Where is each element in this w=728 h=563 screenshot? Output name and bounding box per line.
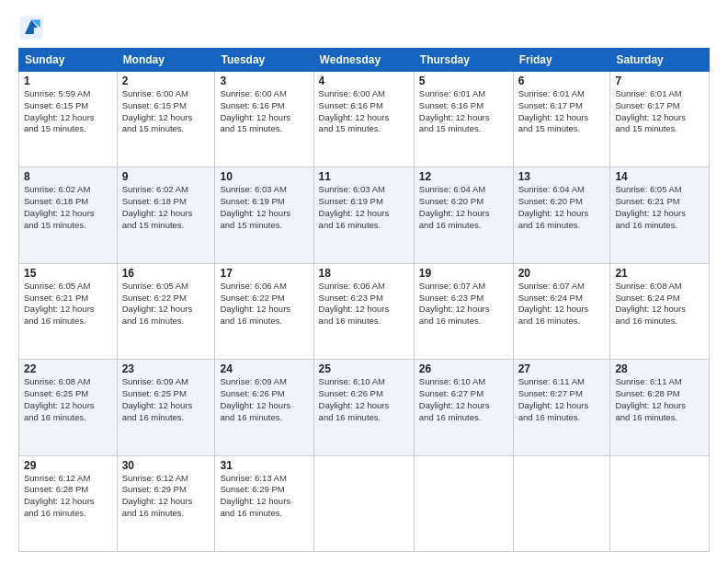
calendar-cell xyxy=(610,455,710,551)
day-number: 10 xyxy=(220,170,308,183)
day-info: Sunrise: 5:59 AM Sunset: 6:15 PM Dayligh… xyxy=(24,88,112,135)
day-number: 8 xyxy=(24,170,112,183)
day-info: Sunrise: 6:04 AM Sunset: 6:20 PM Dayligh… xyxy=(518,184,606,231)
day-number: 2 xyxy=(122,75,210,87)
calendar-cell: 11Sunrise: 6:03 AM Sunset: 6:19 PM Dayli… xyxy=(313,167,414,263)
day-number: 30 xyxy=(122,459,210,472)
day-number: 9 xyxy=(122,170,210,183)
day-number: 27 xyxy=(518,362,606,375)
day-number: 21 xyxy=(615,267,704,280)
day-info: Sunrise: 6:01 AM Sunset: 6:17 PM Dayligh… xyxy=(615,88,704,135)
day-info: Sunrise: 6:09 AM Sunset: 6:26 PM Dayligh… xyxy=(220,376,308,423)
calendar-cell: 6Sunrise: 6:01 AM Sunset: 6:17 PM Daylig… xyxy=(513,72,610,167)
calendar-cell: 27Sunrise: 6:11 AM Sunset: 6:27 PM Dayli… xyxy=(513,360,610,455)
calendar-cell: 24Sunrise: 6:09 AM Sunset: 6:26 PM Dayli… xyxy=(215,360,313,455)
calendar-week-row: 15Sunrise: 6:05 AM Sunset: 6:21 PM Dayli… xyxy=(19,263,710,359)
day-number: 17 xyxy=(220,267,308,280)
day-info: Sunrise: 6:03 AM Sunset: 6:19 PM Dayligh… xyxy=(319,184,409,231)
calendar-cell: 12Sunrise: 6:04 AM Sunset: 6:20 PM Dayli… xyxy=(414,167,513,263)
calendar-cell: 15Sunrise: 6:05 AM Sunset: 6:21 PM Dayli… xyxy=(19,263,118,359)
day-number: 26 xyxy=(419,362,508,375)
calendar-cell: 13Sunrise: 6:04 AM Sunset: 6:20 PM Dayli… xyxy=(513,167,610,263)
calendar-cell: 16Sunrise: 6:05 AM Sunset: 6:22 PM Dayli… xyxy=(117,263,215,359)
col-header-wednesday: Wednesday xyxy=(313,49,414,72)
calendar-cell: 28Sunrise: 6:11 AM Sunset: 6:28 PM Dayli… xyxy=(610,360,710,455)
calendar-week-row: 22Sunrise: 6:08 AM Sunset: 6:25 PM Dayli… xyxy=(19,360,710,455)
col-header-saturday: Saturday xyxy=(610,49,710,72)
col-header-tuesday: Tuesday xyxy=(215,49,313,72)
day-info: Sunrise: 6:06 AM Sunset: 6:22 PM Dayligh… xyxy=(220,281,308,327)
day-number: 11 xyxy=(319,170,409,183)
day-info: Sunrise: 6:01 AM Sunset: 6:17 PM Dayligh… xyxy=(518,88,606,135)
day-info: Sunrise: 6:03 AM Sunset: 6:19 PM Dayligh… xyxy=(220,184,308,231)
day-info: Sunrise: 6:12 AM Sunset: 6:29 PM Dayligh… xyxy=(122,473,210,520)
day-number: 23 xyxy=(122,362,210,375)
day-number: 15 xyxy=(24,267,112,280)
calendar-cell: 1Sunrise: 5:59 AM Sunset: 6:15 PM Daylig… xyxy=(19,72,118,167)
day-info: Sunrise: 6:10 AM Sunset: 6:27 PM Dayligh… xyxy=(419,376,508,423)
day-info: Sunrise: 6:02 AM Sunset: 6:18 PM Dayligh… xyxy=(24,184,112,231)
day-info: Sunrise: 6:00 AM Sunset: 6:16 PM Dayligh… xyxy=(319,88,409,135)
calendar-cell: 2Sunrise: 6:00 AM Sunset: 6:15 PM Daylig… xyxy=(117,72,215,167)
day-info: Sunrise: 6:00 AM Sunset: 6:15 PM Dayligh… xyxy=(122,88,210,135)
day-number: 3 xyxy=(220,75,308,87)
day-number: 6 xyxy=(518,75,606,87)
day-info: Sunrise: 6:05 AM Sunset: 6:21 PM Dayligh… xyxy=(24,281,112,327)
day-number: 31 xyxy=(220,459,308,472)
day-number: 18 xyxy=(319,267,409,280)
calendar-cell: 19Sunrise: 6:07 AM Sunset: 6:23 PM Dayli… xyxy=(414,263,513,359)
calendar-week-row: 29Sunrise: 6:12 AM Sunset: 6:28 PM Dayli… xyxy=(19,455,710,551)
day-number: 13 xyxy=(518,170,606,183)
calendar-header-row: SundayMondayTuesdayWednesdayThursdayFrid… xyxy=(19,49,710,72)
day-number: 7 xyxy=(615,75,704,87)
calendar-cell: 31Sunrise: 6:13 AM Sunset: 6:29 PM Dayli… xyxy=(215,455,313,551)
calendar-cell: 23Sunrise: 6:09 AM Sunset: 6:25 PM Dayli… xyxy=(117,360,215,455)
col-header-monday: Monday xyxy=(117,49,215,72)
day-info: Sunrise: 6:06 AM Sunset: 6:23 PM Dayligh… xyxy=(319,281,409,327)
day-number: 28 xyxy=(615,362,704,375)
header xyxy=(18,15,710,40)
calendar-cell: 9Sunrise: 6:02 AM Sunset: 6:18 PM Daylig… xyxy=(117,167,215,263)
calendar-week-row: 8Sunrise: 6:02 AM Sunset: 6:18 PM Daylig… xyxy=(19,167,710,263)
calendar-cell xyxy=(313,455,414,551)
calendar-cell: 5Sunrise: 6:01 AM Sunset: 6:16 PM Daylig… xyxy=(414,72,513,167)
day-info: Sunrise: 6:10 AM Sunset: 6:26 PM Dayligh… xyxy=(319,376,409,423)
day-info: Sunrise: 6:07 AM Sunset: 6:24 PM Dayligh… xyxy=(518,281,606,327)
day-number: 29 xyxy=(24,459,112,472)
day-info: Sunrise: 6:05 AM Sunset: 6:21 PM Dayligh… xyxy=(615,184,704,231)
col-header-thursday: Thursday xyxy=(414,49,513,72)
day-info: Sunrise: 6:08 AM Sunset: 6:24 PM Dayligh… xyxy=(615,281,704,327)
day-info: Sunrise: 6:12 AM Sunset: 6:28 PM Dayligh… xyxy=(24,473,112,520)
day-info: Sunrise: 6:01 AM Sunset: 6:16 PM Dayligh… xyxy=(419,88,508,135)
day-number: 20 xyxy=(518,267,606,280)
calendar-cell: 20Sunrise: 6:07 AM Sunset: 6:24 PM Dayli… xyxy=(513,263,610,359)
logo xyxy=(18,15,48,40)
day-number: 25 xyxy=(319,362,409,375)
day-info: Sunrise: 6:09 AM Sunset: 6:25 PM Dayligh… xyxy=(122,376,210,423)
calendar-cell: 17Sunrise: 6:06 AM Sunset: 6:22 PM Dayli… xyxy=(215,263,313,359)
calendar-cell: 4Sunrise: 6:00 AM Sunset: 6:16 PM Daylig… xyxy=(313,72,414,167)
day-info: Sunrise: 6:00 AM Sunset: 6:16 PM Dayligh… xyxy=(220,88,308,135)
calendar-week-row: 1Sunrise: 5:59 AM Sunset: 6:15 PM Daylig… xyxy=(19,72,710,167)
day-info: Sunrise: 6:05 AM Sunset: 6:22 PM Dayligh… xyxy=(122,281,210,327)
day-info: Sunrise: 6:13 AM Sunset: 6:29 PM Dayligh… xyxy=(220,473,308,520)
col-header-sunday: Sunday xyxy=(19,49,118,72)
day-info: Sunrise: 6:07 AM Sunset: 6:23 PM Dayligh… xyxy=(419,281,508,327)
calendar-cell: 21Sunrise: 6:08 AM Sunset: 6:24 PM Dayli… xyxy=(610,263,710,359)
day-info: Sunrise: 6:08 AM Sunset: 6:25 PM Dayligh… xyxy=(24,376,112,423)
day-number: 1 xyxy=(24,75,112,87)
day-info: Sunrise: 6:11 AM Sunset: 6:27 PM Dayligh… xyxy=(518,376,606,423)
calendar-cell xyxy=(414,455,513,551)
page: SundayMondayTuesdayWednesdayThursdayFrid… xyxy=(0,0,728,563)
calendar-cell: 3Sunrise: 6:00 AM Sunset: 6:16 PM Daylig… xyxy=(215,72,313,167)
day-number: 19 xyxy=(419,267,508,280)
calendar-table: SundayMondayTuesdayWednesdayThursdayFrid… xyxy=(18,48,710,552)
calendar-cell: 22Sunrise: 6:08 AM Sunset: 6:25 PM Dayli… xyxy=(19,360,118,455)
calendar-cell: 14Sunrise: 6:05 AM Sunset: 6:21 PM Dayli… xyxy=(610,167,710,263)
calendar-cell xyxy=(513,455,610,551)
col-header-friday: Friday xyxy=(513,49,610,72)
calendar-cell: 30Sunrise: 6:12 AM Sunset: 6:29 PM Dayli… xyxy=(117,455,215,551)
day-info: Sunrise: 6:02 AM Sunset: 6:18 PM Dayligh… xyxy=(122,184,210,231)
calendar-cell: 10Sunrise: 6:03 AM Sunset: 6:19 PM Dayli… xyxy=(215,167,313,263)
calendar-cell: 29Sunrise: 6:12 AM Sunset: 6:28 PM Dayli… xyxy=(19,455,118,551)
